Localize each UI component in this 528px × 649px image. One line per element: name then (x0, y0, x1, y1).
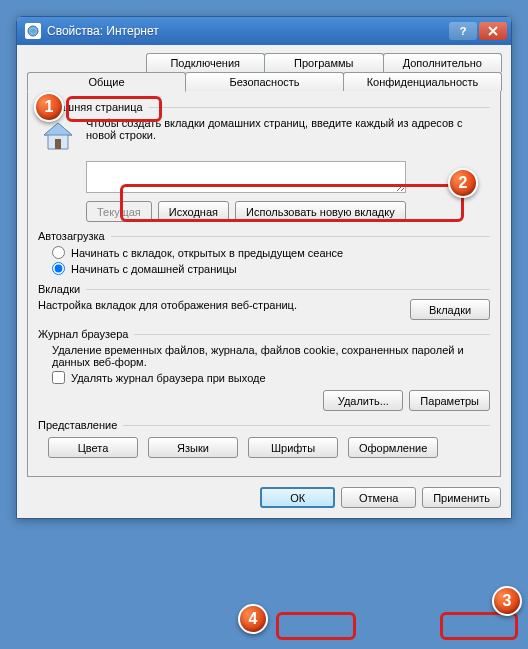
accessibility-button[interactable]: Оформление (348, 437, 438, 458)
titlebar[interactable]: Свойства: Интернет ? (17, 17, 511, 45)
callout-1: 1 (34, 92, 64, 122)
use-newtab-button[interactable]: Использовать новую вкладку (235, 201, 406, 222)
tabs-settings-button[interactable]: Вкладки (410, 299, 490, 320)
help-button[interactable]: ? (449, 22, 477, 40)
languages-button[interactable]: Языки (148, 437, 238, 458)
startup-home-radio[interactable] (52, 262, 65, 275)
highlight-box-4 (276, 612, 356, 640)
history-label: Журнал браузера (38, 328, 134, 340)
general-panel: Домашняя страница Чтобы создать вкладки … (27, 90, 501, 477)
startup-label: Автозагрузка (38, 230, 111, 242)
svg-rect-1 (55, 139, 61, 149)
internet-options-icon (25, 23, 41, 39)
callout-4: 4 (238, 604, 268, 634)
delete-on-exit-label: Удалять журнал браузера при выходе (71, 372, 266, 384)
highlight-box-3 (440, 612, 518, 640)
dialog-footer: ОК Отмена Применить (27, 487, 501, 508)
homepage-text: Чтобы создать вкладки домашних страниц, … (86, 117, 490, 157)
cancel-button[interactable]: Отмена (341, 487, 416, 508)
presentation-group: Представление Цвета Языки Шрифты Оформле… (38, 419, 490, 458)
use-current-button: Текущая (86, 201, 152, 222)
dialog-window: Свойства: Интернет ? — Подключения Прогр… (16, 16, 512, 519)
ok-button[interactable]: ОК (260, 487, 335, 508)
house-icon (38, 117, 78, 157)
tab-general[interactable]: Общие (27, 72, 186, 92)
startup-home-option[interactable]: Начинать с домашней страницы (52, 262, 490, 275)
close-button[interactable] (479, 22, 507, 40)
presentation-label: Представление (38, 419, 123, 431)
homepage-url-input[interactable] (86, 161, 406, 193)
fonts-button[interactable]: Шрифты (248, 437, 338, 458)
callout-3: 3 (492, 586, 522, 616)
delete-on-exit-checkbox[interactable] (52, 371, 65, 384)
tabs-group-label: Вкладки (38, 283, 86, 295)
colors-button[interactable]: Цвета (48, 437, 138, 458)
tab-connections[interactable]: Подключения (146, 53, 266, 72)
callout-2: 2 (448, 168, 478, 198)
delete-on-exit-option[interactable]: Удалять журнал браузера при выходе (52, 371, 490, 384)
tab-security[interactable]: Безопасность (185, 72, 344, 91)
startup-tabs-radio[interactable] (52, 246, 65, 259)
history-settings-button[interactable]: Параметры (409, 390, 490, 411)
window-title: Свойства: Интернет (47, 24, 449, 38)
startup-tabs-label: Начинать с вкладок, открытых в предыдуще… (71, 247, 343, 259)
tab-programs[interactable]: Программы (264, 53, 384, 72)
delete-history-button[interactable]: Удалить... (323, 390, 403, 411)
tab-privacy[interactable]: Конфиденциальность (343, 72, 502, 91)
history-text: Удаление временных файлов, журнала, файл… (52, 344, 490, 368)
startup-home-label: Начинать с домашней страницы (71, 263, 237, 275)
tabs-group: Вкладки Настройка вкладок для отображени… (38, 283, 490, 320)
apply-button[interactable]: Применить (422, 487, 501, 508)
history-group: Журнал браузера Удаление временных файло… (38, 328, 490, 411)
tab-strip: — Подключения Программы Дополнительно Об… (27, 53, 501, 477)
tabs-text: Настройка вкладок для отображения веб-ст… (38, 299, 410, 311)
tab-advanced[interactable]: Дополнительно (383, 53, 503, 72)
startup-group: Автозагрузка Начинать с вкладок, открыты… (38, 230, 490, 275)
use-default-button[interactable]: Исходная (158, 201, 229, 222)
startup-tabs-option[interactable]: Начинать с вкладок, открытых в предыдуще… (52, 246, 490, 259)
homepage-group: Домашняя страница Чтобы создать вкладки … (38, 101, 490, 222)
